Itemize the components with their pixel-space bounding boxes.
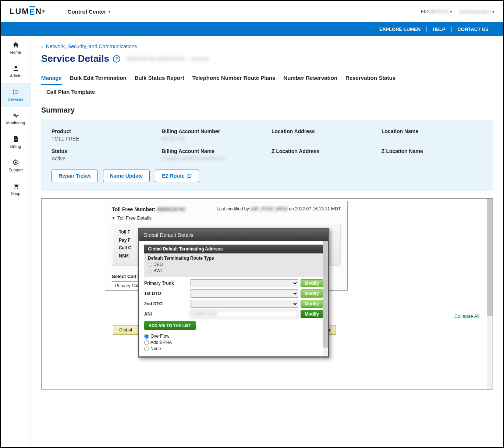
svg-rect-4 — [15, 92, 18, 92]
sidebar-item-admin[interactable]: Admin — [1, 60, 31, 83]
global-chip[interactable]: Global — [113, 325, 138, 335]
tab-manage[interactable]: Manage — [41, 75, 62, 85]
user-display[interactable]: inventoryuser1 ▾ — [459, 9, 494, 14]
tab-number-reservation[interactable]: Number Reservation — [283, 75, 337, 85]
loc-name-label: Location Name — [381, 128, 483, 134]
sidebar-item-monitoring[interactable]: Monitoring — [1, 107, 31, 130]
invoice-icon — [12, 135, 19, 143]
chevron-down-icon: ▾ — [492, 10, 494, 14]
control-center-dropdown[interactable]: Control Center ▾ — [68, 8, 111, 15]
eid-display[interactable]: EID 8870701 ▾ — [421, 9, 452, 14]
route-type-label: Default Terminating Route Type — [148, 256, 319, 261]
svg-point-10 — [14, 188, 15, 189]
radio-none[interactable]: None — [144, 346, 323, 351]
second-dto-label: 2nd DTO — [144, 301, 188, 306]
tf-details-toggle[interactable]: ▼ Toll Free Details — [112, 215, 341, 221]
first-dto-label: 1st DTO — [144, 291, 188, 296]
user-icon — [12, 65, 19, 72]
product-value: TOLL FREE — [52, 136, 153, 142]
modal-scrollbar[interactable] — [323, 241, 328, 356]
svg-point-3 — [13, 91, 14, 92]
svg-point-0 — [14, 66, 17, 68]
ban-label: Billing Account Number — [162, 128, 263, 134]
tabs-row: Manage Bulk Edit Termination Bulk Status… — [41, 75, 493, 85]
sidebar-item-shop[interactable]: Shop — [1, 177, 31, 201]
ani-label: ANI — [144, 312, 188, 317]
route-swi[interactable]: SWI — [148, 268, 319, 273]
sidebar: Home Admin Services Monitoring Billing S… — [1, 36, 31, 447]
tab-route-plans[interactable]: Telephone Number Route Plans — [192, 75, 276, 85]
panel-scrollbar[interactable] — [487, 199, 493, 389]
ani-input[interactable] — [191, 310, 298, 318]
overflow-radiogroup: OverFlow Add BRNA None — [144, 334, 323, 351]
second-dto-select[interactable] — [191, 300, 298, 308]
ez-route-button[interactable]: EZ Route — [155, 170, 199, 182]
pulse-icon — [12, 112, 19, 119]
detail-panel: Toll Free Number: 8889526762 Last modifi… — [41, 198, 493, 390]
explore-link[interactable]: EXPLORE LUMEN — [373, 26, 426, 32]
tf-label: Toll Free Number: — [112, 206, 156, 212]
last-modified: Last modified by LMF_PCSP_MR20 on 2012-0… — [217, 206, 341, 212]
repair-ticket-button[interactable]: Repair Ticket — [52, 170, 98, 182]
logo: LUMEN® — [10, 6, 46, 17]
svg-rect-6 — [15, 93, 18, 94]
ban-name-value: COMEX NORTH AMERICA — [162, 156, 263, 161]
tab-call-plan-template[interactable]: Call Plan Template — [46, 89, 95, 98]
radio-icon — [148, 269, 152, 273]
list-icon — [12, 88, 19, 96]
page-title: Service Details — [41, 53, 109, 64]
svg-point-11 — [17, 188, 18, 189]
sidebar-item-services[interactable]: Services — [1, 83, 31, 107]
svg-rect-8 — [14, 139, 17, 139]
loc-addr-label: Location Address — [271, 128, 373, 134]
svg-rect-7 — [14, 138, 17, 138]
help-icon[interactable]: ? — [113, 55, 120, 63]
ani-modify-button[interactable]: Modify — [301, 310, 323, 318]
svg-point-9 — [15, 162, 17, 164]
status-value: Active — [52, 156, 153, 161]
sidebar-item-support[interactable]: Support — [1, 154, 31, 177]
title-meta: 8889526762 8889526762 – October — [127, 56, 210, 62]
tab-bulk-edit[interactable]: Bulk Edit Termination — [70, 75, 127, 85]
control-center-label: Control Center — [68, 8, 106, 15]
tf-number: 8889526762 — [157, 206, 186, 212]
primary-trunk-label: Primary Trunk — [144, 281, 188, 286]
sidebar-item-home[interactable]: Home — [1, 36, 31, 60]
ban-name-label: Billing Account Name — [162, 148, 263, 154]
second-dto-modify-button[interactable]: Modify — [301, 300, 323, 308]
radio-overflow[interactable]: OverFlow — [144, 334, 323, 339]
main: ‹ Network, Security, and Communications … — [31, 36, 503, 447]
zloc-addr-label: Z Location Address — [271, 148, 373, 154]
breadcrumb[interactable]: ‹ Network, Security, and Communications — [41, 43, 493, 49]
status-label: Status — [52, 148, 153, 154]
cart-icon — [12, 182, 19, 190]
svg-point-1 — [13, 89, 14, 90]
summary-box: Product TOLL FREE Billing Account Number… — [41, 120, 493, 191]
contact-link[interactable]: CONTACT US — [451, 26, 494, 32]
chevron-left-icon: ‹ — [41, 43, 43, 49]
help-link[interactable]: HELP — [426, 26, 451, 32]
tab-reservation-status[interactable]: Reservation Status — [345, 75, 395, 85]
name-update-button[interactable]: Name Update — [103, 170, 150, 182]
first-dto-modify-button[interactable]: Modify — [301, 289, 323, 298]
add-ani-button[interactable]: ADD ANI TO THE LIST — [144, 321, 196, 330]
route-ded[interactable]: DED — [148, 262, 319, 267]
primary-trunk-modify-button[interactable]: Modify — [301, 279, 323, 287]
svg-point-5 — [13, 93, 14, 94]
gear-icon — [12, 159, 19, 166]
product-label: Product — [52, 128, 153, 134]
sidebar-item-billing[interactable]: Billing — [1, 130, 31, 154]
radio-addbrna[interactable]: Add BRNA — [144, 340, 323, 345]
chevron-down-icon: ▾ — [450, 10, 452, 14]
first-dto-select[interactable] — [191, 289, 298, 298]
route-type-box: Default Terminating Route Type DED SWI — [144, 253, 323, 277]
primary-trunk-select[interactable] — [191, 279, 298, 287]
topbar: LUMEN® Control Center ▾ EID 8870701 ▾ in… — [1, 1, 503, 22]
summary-head: Summary — [41, 106, 493, 114]
global-default-modal: Global Default Details Global Default Te… — [138, 228, 329, 358]
tab-bulk-status[interactable]: Bulk Status Report — [135, 75, 184, 85]
zloc-name-label: Z Location Name — [381, 148, 483, 154]
external-link-icon — [187, 173, 192, 178]
collapse-all-link[interactable]: Collapse All — [454, 313, 479, 319]
home-icon — [12, 41, 19, 49]
